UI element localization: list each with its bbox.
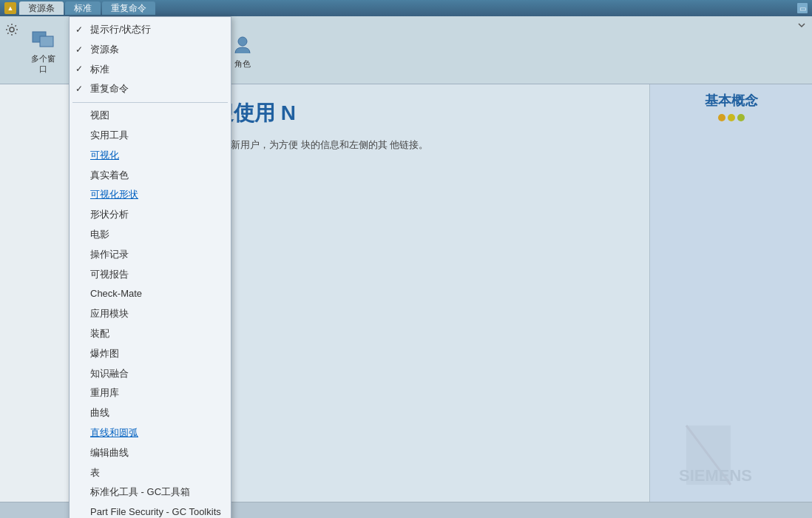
menu-item-movie[interactable]: 电影 — [70, 225, 231, 245]
menu-item-standardize[interactable]: 标准化工具 - GC工具箱 — [70, 482, 231, 502]
menu-separator-sep1 — [72, 102, 228, 103]
menu-item-app-module[interactable]: 应用模块 — [70, 304, 231, 324]
tab-repeat-cmd[interactable]: 重复命令 — [102, 1, 155, 15]
menu-item-knowledge[interactable]: 知识融合 — [70, 364, 231, 384]
svg-text:SIEMENS: SIEMENS — [679, 466, 752, 485]
menu-item-reuse-lib[interactable]: 重用库 — [70, 383, 231, 403]
welcome-text: 如果您是新用户，为方便 块的信息和左侧的其 他链接。 — [192, 136, 488, 153]
siemens-watermark: SIEMENS — [671, 418, 805, 494]
menu-item-true-color[interactable]: 真实着色 — [70, 166, 231, 186]
svg-point-0 — [10, 27, 14, 32]
menu-item-explode[interactable]: 爆炸图 — [70, 344, 231, 364]
window-controls: ▭ — [797, 3, 808, 13]
right-panel-title: 基本概念 — [705, 92, 758, 110]
color-dot-3 — [737, 114, 745, 121]
svg-point-15 — [238, 37, 247, 46]
welcome-title: 欢迎使用 N — [192, 99, 635, 127]
menu-item-visualize[interactable]: 可视化 — [70, 146, 231, 166]
svg-rect-2 — [40, 36, 53, 47]
color-dots — [718, 114, 745, 121]
roles-icon — [229, 31, 256, 58]
minimize-button[interactable]: ▭ — [797, 3, 808, 13]
menu-item-repeat-cmd[interactable]: 重复命令 — [70, 79, 231, 99]
color-dot-2 — [728, 114, 735, 121]
menu-item-utility[interactable]: 实用工具 — [70, 126, 231, 146]
menu-item-line-arc[interactable]: 直线和圆弧 — [70, 423, 231, 443]
center-content: 欢迎使用 N 如果您是新用户，为方便 块的信息和左侧的其 他链接。 — [177, 84, 649, 502]
menu-item-visualize-shape[interactable]: 可视化形状 — [70, 185, 231, 205]
tab-resource-bar[interactable]: 资源条 — [19, 1, 64, 15]
menu-item-edit-curve[interactable]: 编辑曲线 — [70, 443, 231, 463]
tab-standard[interactable]: 标准 — [65, 1, 101, 15]
menu-item-shape-analysis[interactable]: 形状分析 — [70, 205, 231, 225]
title-tabs: 资源条 标准 重复命令 — [19, 1, 794, 15]
dropdown-menu: 提示行/状态行资源条标准重复命令视图实用工具可视化真实着色可视化形状形状分析电影… — [69, 16, 231, 518]
multi-window-label: 多个窗口 — [31, 54, 55, 73]
title-bar: ▲ 资源条 标准 重复命令 ▭ — [0, 0, 812, 16]
menu-item-standard[interactable]: 标准 — [70, 60, 231, 80]
right-panel: 基本概念 SIEMENS — [649, 84, 812, 502]
multi-window-button[interactable]: 多个窗口 — [24, 21, 62, 79]
multi-window-icon — [30, 26, 56, 53]
menu-item-visual-report[interactable]: 可视报告 — [70, 265, 231, 285]
toolbar-dropdown-arrow[interactable] — [797, 21, 806, 32]
app-icon: ▲ — [4, 2, 16, 14]
roles-label: 角色 — [234, 59, 251, 69]
menu-item-part-file-security[interactable]: Part File Security - GC Toolkits — [70, 502, 231, 518]
menu-item-view[interactable]: 视图 — [70, 106, 231, 126]
color-dot-1 — [718, 114, 725, 121]
settings-icon[interactable] — [3, 21, 21, 38]
menu-item-op-record[interactable]: 操作记录 — [70, 245, 231, 265]
menu-item-resource-bar[interactable]: 资源条 — [70, 40, 231, 60]
menu-item-curve[interactable]: 曲线 — [70, 403, 231, 423]
menu-item-prompt-status[interactable]: 提示行/状态行 — [70, 20, 231, 40]
menu-item-check-mate[interactable]: Check-Mate — [70, 284, 231, 304]
menu-item-table[interactable]: 表 — [70, 463, 231, 483]
menu-item-assembly[interactable]: 装配 — [70, 324, 231, 344]
